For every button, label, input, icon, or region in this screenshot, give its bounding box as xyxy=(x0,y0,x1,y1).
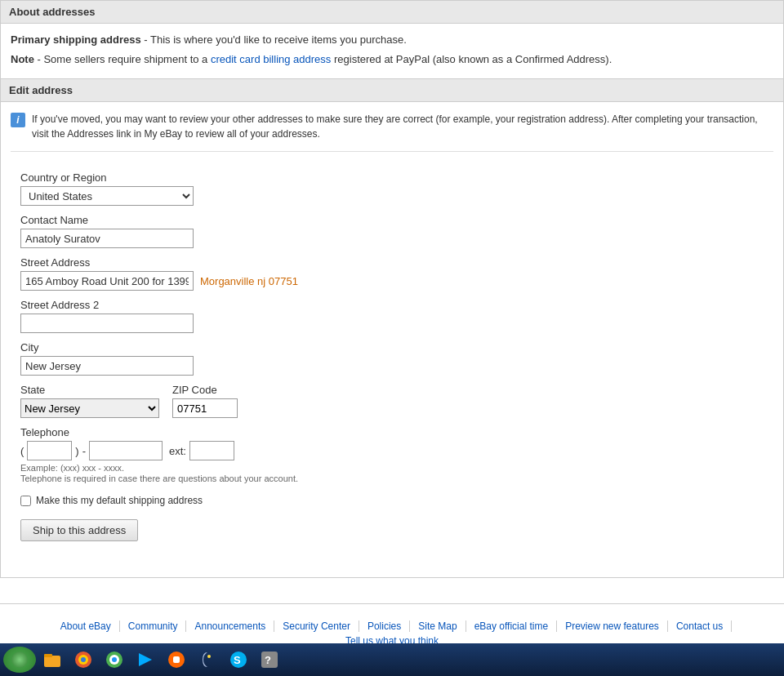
state-group: State New Jersey xyxy=(20,384,159,418)
default-address-row: Make this my default shipping address xyxy=(20,495,764,506)
zip-label: ZIP Code xyxy=(172,384,238,396)
street-address2-group: Street Address 2 xyxy=(20,299,764,333)
edit-address-header: Edit address xyxy=(0,79,784,102)
address-form: Country or Region United States Contact … xyxy=(11,165,773,564)
note-label: Note xyxy=(11,53,34,65)
media2-taskbar-icon[interactable] xyxy=(162,647,191,673)
tel-open-paren: ( xyxy=(20,445,24,457)
footer-link-announcements[interactable]: Announcements xyxy=(186,620,274,632)
primary-shipping-label: Primary shipping address xyxy=(11,33,141,46)
country-group: Country or Region United States xyxy=(20,171,764,206)
tel-main-input[interactable] xyxy=(89,441,163,460)
svg-marker-8 xyxy=(139,653,152,666)
media-taskbar-icon[interactable] xyxy=(131,647,160,673)
tel-ext-input[interactable] xyxy=(189,441,234,460)
state-select[interactable]: New Jersey xyxy=(20,398,159,418)
info-icon: i xyxy=(11,113,25,127)
footer-link-security-center[interactable]: Security Center xyxy=(274,620,359,632)
street-address-input[interactable] xyxy=(20,271,194,291)
city-input[interactable] xyxy=(20,356,194,376)
street-row: Morganville nj 07751 xyxy=(20,271,764,291)
start-button-inner xyxy=(11,652,28,668)
default-address-checkbox[interactable] xyxy=(20,496,31,506)
tel-area-input[interactable] xyxy=(27,441,72,460)
primary-shipping-desc: - This is where you'd like to receive it… xyxy=(141,33,407,46)
svg-rect-0 xyxy=(44,656,60,667)
primary-shipping-section: Primary shipping address - This is where… xyxy=(0,24,784,79)
zip-group: ZIP Code xyxy=(172,384,238,418)
skype-taskbar-icon[interactable]: S xyxy=(224,647,253,673)
street-address-label: Street Address xyxy=(20,256,764,269)
footer-link-ebay-time[interactable]: eBay official time xyxy=(466,620,558,632)
state-zip-group: State New Jersey ZIP Code xyxy=(20,384,764,418)
telephone-row: ( ) - ext: xyxy=(20,441,764,460)
country-select[interactable]: United States xyxy=(20,186,194,206)
about-addresses-title: About addresses xyxy=(9,6,95,18)
footer-link-site-map[interactable]: Site Map xyxy=(410,620,466,632)
street-address2-label: Street Address 2 xyxy=(20,299,764,311)
svg-point-4 xyxy=(81,657,86,662)
street-address2-input[interactable] xyxy=(20,314,194,333)
svg-text:S: S xyxy=(234,654,241,666)
contact-name-input[interactable] xyxy=(20,229,194,248)
info-notice: i If you've moved, you may want to revie… xyxy=(11,112,773,152)
footer-link-community[interactable]: Community xyxy=(120,620,187,632)
about-addresses-header: About addresses xyxy=(0,0,784,24)
info-text: If you've moved, you may want to review … xyxy=(32,112,773,141)
note-prefix: - Some sellers require shipment to a xyxy=(34,53,211,65)
street-address-group: Street Address Morganville nj 07751 xyxy=(20,256,764,291)
telephone-label: Telephone xyxy=(20,426,764,438)
footer-link-policies[interactable]: Policies xyxy=(359,620,410,632)
city-group: City xyxy=(20,341,764,376)
default-address-label[interactable]: Make this my default shipping address xyxy=(36,495,203,506)
state-label: State xyxy=(20,384,159,396)
footer-link-contact-us[interactable]: Contact us xyxy=(668,620,732,632)
credit-card-link[interactable]: credit card billing address xyxy=(211,53,331,65)
svg-rect-10 xyxy=(173,656,180,663)
country-label: Country or Region xyxy=(20,171,764,184)
svg-point-7 xyxy=(112,657,117,662)
contact-name-label: Contact Name xyxy=(20,214,764,226)
svg-text:?: ? xyxy=(265,654,271,666)
edit-address-title: Edit address xyxy=(9,84,73,96)
other-taskbar-icon[interactable]: ? xyxy=(255,647,284,673)
note-text: Note - Some sellers require shipment to … xyxy=(11,51,773,68)
primary-shipping-text: Primary shipping address - This is where… xyxy=(11,32,773,48)
tel-hint: Example: (xxx) xxx - xxxx. xyxy=(20,463,764,473)
svg-rect-1 xyxy=(44,654,52,657)
taskbar: S ? xyxy=(0,643,784,676)
city-label: City xyxy=(20,341,764,354)
zip-input[interactable] xyxy=(172,398,238,418)
footer-link-preview-features[interactable]: Preview new features xyxy=(557,620,668,632)
contact-name-group: Contact Name xyxy=(20,214,764,248)
svg-point-11 xyxy=(207,655,211,658)
telephone-group: Telephone ( ) - ext: Example: (xxx) xxx … xyxy=(20,426,764,483)
note-suffix: registered at PayPal (also known as a Co… xyxy=(331,53,612,65)
autofill-hint: Morganville nj 07751 xyxy=(200,275,298,287)
crescent-taskbar-icon[interactable] xyxy=(193,647,222,673)
footer-link-about-ebay[interactable]: About eBay xyxy=(52,620,120,632)
tel-dash: - xyxy=(82,445,86,457)
tel-ext-label: ext: xyxy=(169,445,186,457)
firefox-taskbar-icon[interactable] xyxy=(69,647,98,673)
tel-required: Telephone is required in case there are … xyxy=(20,474,764,483)
ship-to-address-button[interactable]: Ship to this address xyxy=(20,519,138,541)
folder-taskbar-icon[interactable] xyxy=(38,647,67,673)
info-box: i If you've moved, you may want to revie… xyxy=(0,102,784,578)
start-button[interactable] xyxy=(3,647,36,673)
chrome-taskbar-icon[interactable] xyxy=(100,647,129,673)
tel-close-paren: ) xyxy=(75,445,78,457)
